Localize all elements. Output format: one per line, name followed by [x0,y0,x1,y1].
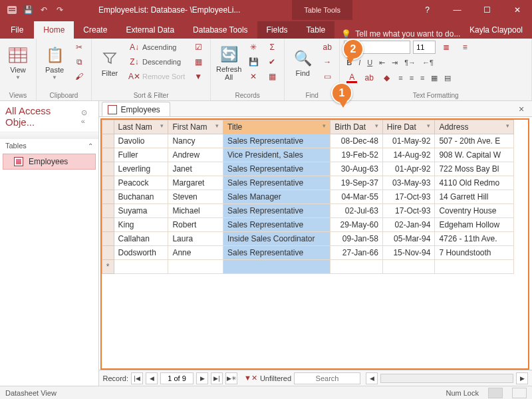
row-selector[interactable] [102,148,114,162]
recnav-first[interactable]: |◀ [131,372,143,384]
ascending-button[interactable]: A↓Ascending [126,41,188,54]
nav-group-tables[interactable]: Tables⌃ [0,139,98,152]
align-left-button[interactable]: ≡ [396,71,405,84]
cell[interactable]: Dodsworth [114,246,168,260]
cell[interactable]: Sales Representative [223,218,331,232]
row-selector[interactable] [102,162,114,176]
cell[interactable]: 09-Jan-58 [331,232,383,246]
cell[interactable]: Sales Representative [223,246,331,260]
select-button[interactable]: ▭ [319,70,335,83]
underline-button[interactable]: U [364,56,375,69]
ltr-button[interactable]: ¶→ [402,56,418,69]
hscroll-left[interactable]: ◀ [366,372,378,384]
cell[interactable]: Steven [168,190,223,204]
cell[interactable]: Vice President, Sales [223,148,331,162]
cell[interactable]: 4110 Old Redmo [435,176,513,190]
cell[interactable]: 722 Moss Bay Bl [435,162,513,176]
cell[interactable]: 17-Oct-93 [382,190,435,204]
cell[interactable]: Janet [168,162,223,176]
cell[interactable]: Fuller [114,148,168,162]
row-selector[interactable] [102,190,114,204]
cell[interactable]: Anne [168,246,223,260]
find-button[interactable]: 🔍 Find [289,41,317,84]
column-header[interactable]: Hire Dat▾ [382,120,435,134]
new-row-selector[interactable]: * [102,260,114,274]
recnav-search[interactable] [294,372,360,384]
tab-home[interactable]: Home [34,21,74,39]
cell[interactable]: King [114,218,168,232]
remove-sort-button[interactable]: A✕Remove Sort [126,70,188,83]
cell[interactable]: Sales Representative [223,162,331,176]
cell[interactable]: 4726 - 11th Ave. [435,232,513,246]
recnav-next[interactable]: ▶ [196,372,208,384]
cell[interactable]: Andrew [168,148,223,162]
cell[interactable]: Robert [168,218,223,232]
cell[interactable]: Leverling [114,162,168,176]
object-tab-employees[interactable]: Employees [102,102,170,116]
view-button[interactable]: View ▼ [4,41,32,84]
row-selector[interactable] [102,218,114,232]
gridlines-button[interactable]: ▦ [428,71,440,84]
hscroll-right[interactable]: ▶ [516,372,528,384]
selection-filter-button[interactable]: ☑ [190,41,206,54]
row-selector[interactable] [102,204,114,218]
cell[interactable]: Sales Representative [223,176,331,190]
save-icon[interactable]: 💾 [21,3,35,17]
font-color-button[interactable]: A [344,71,360,84]
cell[interactable]: Buchanan [114,190,168,204]
alt-row-button[interactable]: ▤ [442,71,454,84]
spelling-button[interactable]: ✔ [264,55,280,68]
fill-color-button[interactable]: ◆ [378,71,394,84]
cell[interactable]: Inside Sales Coordinator [223,232,331,246]
cell[interactable]: 02-Jul-63 [331,204,383,218]
tab-create[interactable]: Create [74,21,116,39]
cell[interactable]: 507 - 20th Ave. E [435,134,513,148]
column-header[interactable]: Address▾ [435,120,513,134]
cell[interactable]: Coventry House [435,204,513,218]
cell[interactable]: 14-Aug-92 [382,148,435,162]
cell[interactable]: Laura [168,232,223,246]
more-records-button[interactable]: ▦ [264,70,280,83]
font-size-select[interactable] [413,41,436,54]
save-record-button[interactable]: 💾 [245,55,261,68]
view-design-button[interactable] [512,388,527,398]
minimize-button[interactable]: — [442,0,472,20]
tab-close-button[interactable]: × [519,104,528,113]
maximize-button[interactable]: ☐ [472,0,502,20]
tell-me[interactable]: 💡Tell me what you want to do... [334,29,467,39]
cell[interactable]: 02-Jan-94 [382,218,435,232]
tab-fields[interactable]: Fields [257,21,297,39]
recnav-new[interactable]: ▶✳ [225,372,237,384]
nav-collapse-icon[interactable]: ⊙ « [81,108,93,125]
cell[interactable]: 7 Houndstooth [435,246,513,260]
row-selector[interactable] [102,134,114,148]
recnav-prev[interactable]: ◀ [146,372,158,384]
cell[interactable]: 30-Aug-63 [331,162,383,176]
filter-button[interactable]: Filter [96,41,124,84]
cell[interactable]: 08-Dec-48 [331,134,383,148]
align-center-button[interactable]: ≡ [407,71,416,84]
filter-status[interactable]: Unfiltered [260,374,291,382]
new-record-button[interactable]: ✳ [245,41,261,54]
replace-button[interactable]: ab [319,41,335,54]
row-selector[interactable] [102,176,114,190]
hscrollbar[interactable] [380,374,513,383]
cut-button[interactable]: ✂ [71,41,87,54]
help-button[interactable]: ? [412,0,442,20]
cell[interactable]: 17-Oct-93 [382,204,435,218]
cell[interactable]: 15-Nov-94 [382,246,435,260]
cell[interactable]: 19-Sep-37 [331,176,383,190]
format-painter-button[interactable]: 🖌 [71,70,87,83]
indent-inc-button[interactable]: ⇥ [389,56,400,69]
user-name[interactable]: Kayla Claypool [469,25,532,39]
undo-icon[interactable]: ↶ [37,3,51,17]
column-header[interactable]: First Nam▾ [168,120,223,134]
tab-file[interactable]: File [0,21,34,39]
totals-button[interactable]: Σ [264,41,280,54]
rtl-button[interactable]: ←¶ [420,56,436,69]
cell[interactable]: 14 Garrett Hill [435,190,513,204]
goto-button[interactable]: → [319,55,335,68]
cell[interactable]: Sales Representative [223,134,331,148]
cell[interactable]: 19-Feb-52 [331,148,383,162]
cell[interactable]: Davolio [114,134,168,148]
